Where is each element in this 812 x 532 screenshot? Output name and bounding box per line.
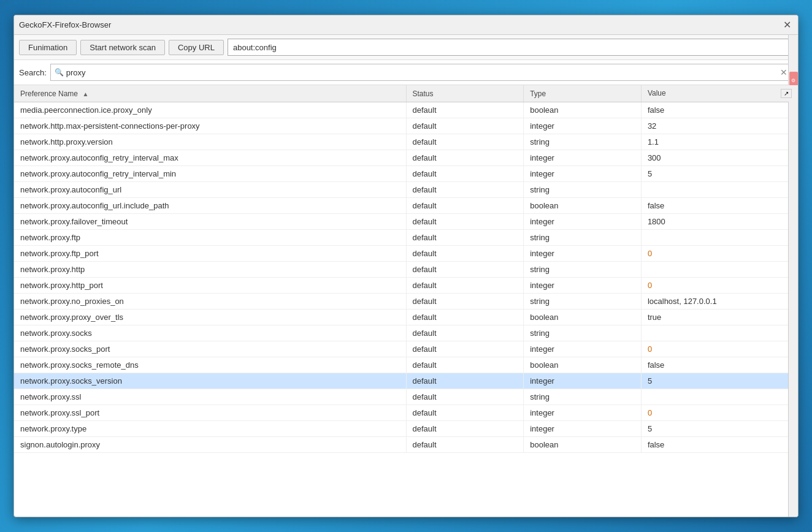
table-row[interactable]: network.proxy.socks_portdefaultinteger0: [14, 341, 798, 357]
url-input[interactable]: [228, 39, 793, 56]
table-row[interactable]: network.proxy.ftpdefaultstring: [14, 230, 798, 246]
table-row[interactable]: network.proxy.autoconfig_retry_interval_…: [14, 166, 798, 182]
pref-status: default: [406, 182, 524, 198]
table-row[interactable]: media.peerconnection.ice.proxy_onlydefau…: [14, 102, 798, 118]
pref-value: 0: [641, 341, 798, 357]
start-scan-button[interactable]: Start network scan: [80, 40, 165, 55]
pref-value: 300: [641, 150, 798, 166]
table-row[interactable]: network.proxy.ssl_portdefaultinteger0: [14, 405, 798, 421]
search-clear-button[interactable]: ✕: [779, 67, 789, 77]
col-header-name[interactable]: Preference Name ▲: [14, 85, 406, 102]
expand-button[interactable]: ↗: [781, 89, 792, 98]
pref-value: [641, 325, 798, 341]
table-row[interactable]: network.proxy.proxy_over_tlsdefaultboole…: [14, 310, 798, 325]
pref-value: [641, 262, 798, 278]
table-row[interactable]: network.proxy.ssldefaultstring: [14, 389, 798, 405]
col-header-value[interactable]: Value ↗: [641, 85, 798, 102]
table-row[interactable]: network.proxy.autoconfig_url.include_pat…: [14, 198, 798, 214]
pref-name: network.proxy.autoconfig_retry_interval_…: [14, 166, 406, 182]
pref-name: network.proxy.proxy_over_tls: [14, 310, 406, 325]
pref-value: [641, 230, 798, 246]
pref-type: integer: [524, 373, 642, 389]
pref-name: network.proxy.http: [14, 262, 406, 278]
search-label: Search:: [19, 68, 47, 77]
pref-type: integer: [524, 246, 642, 262]
close-button[interactable]: ✕: [781, 19, 793, 31]
col-header-type[interactable]: Type: [524, 85, 642, 102]
pref-status: default: [406, 278, 524, 294]
pref-status: default: [406, 294, 524, 310]
pref-type: boolean: [524, 102, 642, 118]
table-row[interactable]: network.proxy.failover_timeoutdefaultint…: [14, 214, 798, 230]
pref-status: default: [406, 310, 524, 325]
table-row[interactable]: network.proxy.socksdefaultstring: [14, 325, 798, 341]
pref-value: false: [641, 357, 798, 373]
table-row[interactable]: network.proxy.httpdefaultstring: [14, 262, 798, 278]
pref-type: integer: [524, 150, 642, 166]
right-panel: ⚙: [788, 35, 798, 517]
pref-value: [641, 389, 798, 405]
pref-name: network.proxy.socks: [14, 325, 406, 341]
pref-status: default: [406, 405, 524, 421]
pref-name: network.proxy.socks_remote_dns: [14, 357, 406, 373]
pref-name: network.http.proxy.version: [14, 134, 406, 150]
pref-value: 5: [641, 421, 798, 437]
pref-name: network.proxy.no_proxies_on: [14, 294, 406, 310]
pref-type: string: [524, 325, 642, 341]
funimation-button[interactable]: Funimation: [19, 40, 77, 55]
preferences-table-container: Preference Name ▲ Status Type Value ↗ me…: [14, 85, 798, 517]
table-row[interactable]: network.proxy.http_portdefaultinteger0: [14, 278, 798, 294]
pref-type: string: [524, 389, 642, 405]
pref-type: string: [524, 262, 642, 278]
pref-name: network.proxy.type: [14, 421, 406, 437]
table-row[interactable]: network.proxy.socks_versiondefaultintege…: [14, 373, 798, 389]
table-row[interactable]: network.proxy.ftp_portdefaultinteger0: [14, 246, 798, 262]
pref-type: string: [524, 294, 642, 310]
pref-value: false: [641, 102, 798, 118]
table-row[interactable]: network.http.max-persistent-connections-…: [14, 118, 798, 134]
table-row[interactable]: signon.autologin.proxydefaultbooleanfals…: [14, 437, 798, 453]
pref-value: 5: [641, 166, 798, 182]
pref-name: network.proxy.autoconfig_url: [14, 182, 406, 198]
pref-value: localhost, 127.0.0.1: [641, 294, 798, 310]
table-row[interactable]: network.proxy.autoconfig_retry_interval_…: [14, 150, 798, 166]
pref-name: network.proxy.autoconfig_retry_interval_…: [14, 150, 406, 166]
table-row[interactable]: network.http.proxy.versiondefaultstring1…: [14, 134, 798, 150]
pref-type: boolean: [524, 198, 642, 214]
pref-status: default: [406, 166, 524, 182]
pref-name: network.proxy.failover_timeout: [14, 214, 406, 230]
main-window: GeckoFX-Firefox-Browser ✕ Funimation Sta…: [13, 15, 799, 517]
pref-status: default: [406, 421, 524, 437]
search-input-wrap: 🔍 ✕: [50, 64, 793, 81]
table-row[interactable]: network.proxy.autoconfig_urldefaultstrin…: [14, 182, 798, 198]
table-row[interactable]: network.proxy.typedefaultinteger5: [14, 421, 798, 437]
pref-name: network.proxy.socks_port: [14, 341, 406, 357]
pref-status: default: [406, 246, 524, 262]
pref-status: default: [406, 357, 524, 373]
pref-type: integer: [524, 341, 642, 357]
pref-name: network.proxy.ftp_port: [14, 246, 406, 262]
copy-url-button[interactable]: Copy URL: [169, 40, 224, 55]
pref-value: 1.1: [641, 134, 798, 150]
pref-status: default: [406, 134, 524, 150]
pref-name: network.http.max-persistent-connections-…: [14, 118, 406, 134]
pref-type: string: [524, 182, 642, 198]
pref-type: integer: [524, 421, 642, 437]
search-icon: 🔍: [55, 68, 64, 77]
pref-type: integer: [524, 118, 642, 134]
pref-value: 0: [641, 278, 798, 294]
sort-indicator: ▲: [82, 91, 88, 97]
pref-status: default: [406, 118, 524, 134]
pref-status: default: [406, 325, 524, 341]
col-header-status[interactable]: Status: [406, 85, 524, 102]
table-row[interactable]: network.proxy.socks_remote_dnsdefaultboo…: [14, 357, 798, 373]
pref-name: signon.autologin.proxy: [14, 437, 406, 453]
search-input[interactable]: [66, 68, 779, 77]
window-title: GeckoFX-Firefox-Browser: [19, 20, 111, 29]
pref-name: network.proxy.ftp: [14, 230, 406, 246]
table-row[interactable]: network.proxy.no_proxies_ondefaultstring…: [14, 294, 798, 310]
pref-type: integer: [524, 214, 642, 230]
pref-status: default: [406, 389, 524, 405]
search-bar: Search: 🔍 ✕: [14, 60, 798, 85]
pref-status: default: [406, 102, 524, 118]
